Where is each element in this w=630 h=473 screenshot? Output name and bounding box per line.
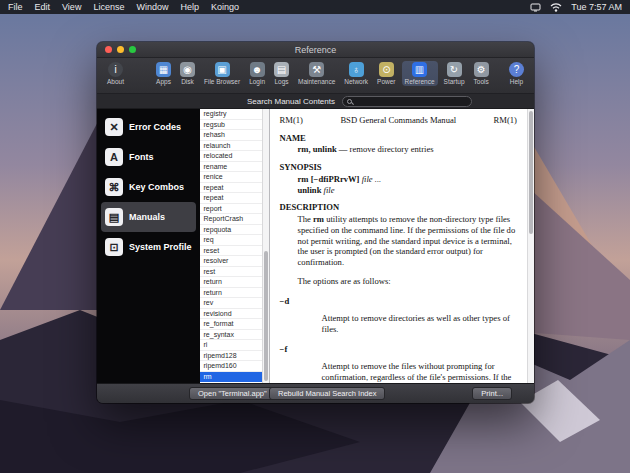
manual-list-item[interactable]: return [200,277,262,288]
menu-item[interactable]: License [93,2,124,12]
option-flag: −f [280,344,517,355]
manual-search-input[interactable] [355,97,467,106]
sidebar-item[interactable]: ▤ Manuals [101,202,196,232]
scrollbar-thumb[interactable] [529,111,533,234]
menu-item[interactable]: Edit [35,2,51,12]
zoom-button[interactable] [129,46,136,53]
manual-list-item[interactable]: registry [200,109,262,120]
window-title: Reference [295,45,337,55]
sidebar-item[interactable]: ✕ Error Codes [101,112,196,142]
sidebar-item[interactable]: ⊡ System Profile [101,232,196,262]
toolbar-item[interactable]: ☻ Login [246,61,268,86]
toolbar-item[interactable]: ▦ Apps [153,61,174,86]
manual-list-item[interactable]: resolver [200,256,262,267]
sidebar-item[interactable]: ⌘ Key Combos [101,172,196,202]
sidebar-item-label: Error Codes [129,122,181,132]
manual-list-item[interactable]: re_syntax [200,330,262,341]
toolbar-label: Help [510,78,523,85]
option-flag: −d [280,296,517,307]
open-terminal-button[interactable]: Open "Terminal.app" [189,387,276,400]
menu-item[interactable]: File [8,2,23,12]
menu-item[interactable]: Koingo [211,2,239,12]
toolbar-item[interactable]: ⊙ Power [374,61,398,86]
toolbar-item[interactable]: ⚙ Tools [471,61,492,86]
manual-list-item[interactable]: rm [200,372,262,383]
sidebar-item[interactable]: A Fonts [101,142,196,172]
man-header: RM(1) BSD General Commands Manual RM(1) [280,115,517,126]
manual-list-item[interactable]: ripemd128 [200,351,262,362]
manual-list-item[interactable]: req [200,235,262,246]
display-icon[interactable] [530,3,541,12]
toolbar-item[interactable]: ↻ Startup [441,61,468,86]
manual-list-item[interactable]: rename [200,162,262,173]
manual-list-item[interactable]: ri [200,340,262,351]
network-icon: ♁ [349,62,364,77]
key-combos-icon: ⌘ [105,178,123,196]
toolbar-item-about[interactable]: i About [104,61,127,86]
menu-items: FileEditViewLicenseWindowHelpKoingo [8,2,239,12]
man-synopsis-line-1: rm [−dfiPRrvW] file ... [298,174,517,185]
toolbar-label: Disk [181,78,194,85]
manual-list-item[interactable]: reset [200,246,262,257]
manual-list-item[interactable]: rev [200,298,262,309]
manual-list-item[interactable]: rest [200,267,262,278]
toolbar-item[interactable]: ▥ Reference [402,61,438,86]
man-page-text: RM(1) BSD General Commands Manual RM(1) … [280,115,517,383]
toolbar-item[interactable]: ▤ Logs [271,61,292,86]
login-icon: ☻ [250,62,265,77]
wifi-icon[interactable] [550,3,562,12]
manual-list-item[interactable]: return [200,288,262,299]
rebuild-index-button[interactable]: Rebuild Manual Search Index [269,387,385,400]
manual-list-item[interactable]: revisiond [200,309,262,320]
toolbar-item[interactable]: ▣ File Browser [201,61,243,86]
menu-item[interactable]: Window [136,2,168,12]
menu-clock[interactable]: Tue 7:57 AM [571,2,622,12]
toolbar-label: About [107,78,124,85]
man-page-scrollbar[interactable] [527,109,534,383]
fonts-icon: A [105,148,123,166]
toolbar-label: Tools [474,78,489,85]
menu-item[interactable]: Help [180,2,199,12]
scrollbar-thumb[interactable] [264,251,268,381]
man-header-left: RM(1) [280,115,303,126]
manual-list-item[interactable]: repeat [200,193,262,204]
man-section-description: DESCRIPTION [280,202,517,213]
manual-list-item[interactable]: re_format [200,319,262,330]
manual-list-item[interactable]: regsub [200,120,262,131]
toolbar-item[interactable]: ♁ Network [341,61,371,86]
toolbar-label: Maintenance [298,78,335,85]
print-button[interactable]: Print... [472,387,512,400]
man-section-synopsis: SYNOPSIS [280,162,517,173]
minimize-button[interactable] [117,46,124,53]
manual-list-item[interactable]: report [200,204,262,215]
manual-list-item[interactable]: repquota [200,225,262,236]
search-field[interactable] [342,96,472,107]
manual-list-item[interactable]: ripemd160 [200,361,262,372]
manual-list-item[interactable]: relaunch [200,141,262,152]
title-bar[interactable]: Reference [97,42,534,58]
search-bar: Search Manual Contents [97,94,534,109]
maintenance-icon: ⚒ [309,62,324,77]
manual-list-scrollbar[interactable] [262,109,269,383]
toolbar-item-help[interactable]: ? Help [506,61,527,86]
error-codes-icon: ✕ [105,118,123,136]
toolbar-label: Startup [444,78,465,85]
manual-list-item[interactable]: relocated [200,151,262,162]
manual-list-item[interactable]: renice [200,172,262,183]
close-button[interactable] [105,46,112,53]
manual-list-item[interactable]: ReportCrash [200,214,262,225]
sidebar: ✕ Error Codes A Fonts ⌘ Key Combos ▤ Man… [97,109,200,383]
toolbar-label: Logs [274,78,288,85]
sidebar-item-label: System Profile [129,242,192,252]
toolbar-item[interactable]: ⚒ Maintenance [295,61,338,86]
man-header-right: RM(1) [494,115,517,126]
manual-list-item[interactable]: rehash [200,130,262,141]
toolbar-label: Power [377,78,395,85]
menu-item[interactable]: View [62,2,81,12]
manual-list-rows: registryregsubrehashrelaunchrelocatedren… [200,109,262,383]
help-icon: ? [509,62,524,77]
toolbar-item[interactable]: ◉ Disk [177,61,198,86]
manual-list-item[interactable]: repeat [200,183,262,194]
power-icon: ⊙ [379,62,394,77]
menu-bar: FileEditViewLicenseWindowHelpKoingo Tue … [0,0,630,14]
